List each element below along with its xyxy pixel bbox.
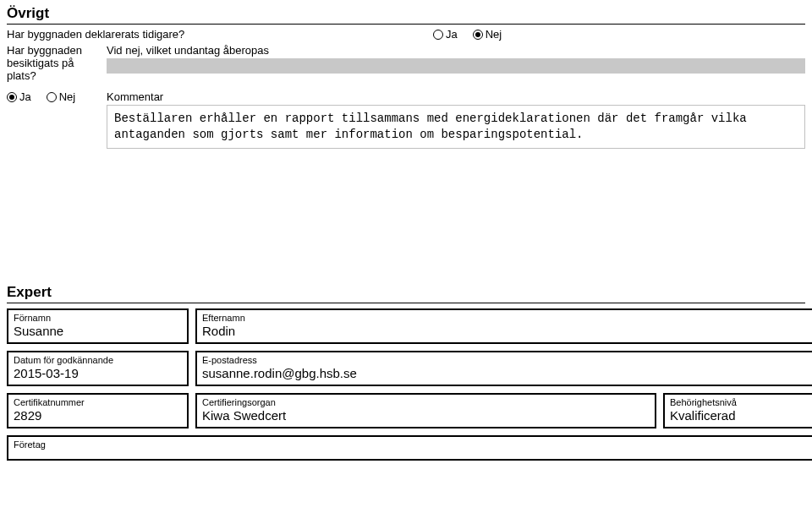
datum-label: Datum för godkännande (14, 355, 182, 365)
declared-nej-radio[interactable]: Nej (473, 28, 502, 41)
radio-icon (433, 30, 443, 40)
radio-icon (473, 30, 483, 40)
efternamn-value: Rodin (202, 324, 809, 338)
foretag-label: Företag (14, 439, 809, 450)
inspected-ja-radio[interactable]: Ja (7, 90, 31, 103)
radio-icon (7, 92, 17, 102)
radio-label-ja: Ja (19, 90, 31, 103)
declared-question-label: Har byggnaden deklarerats tidigare? (7, 28, 426, 41)
kommentar-label: Kommentar (107, 90, 805, 103)
cell-epost: E-postadress susanne.rodin@gbg.hsb.se (195, 351, 812, 386)
section-title-ovrigt: Övrigt (7, 5, 805, 25)
inspected-nej-radio[interactable]: Nej (47, 90, 76, 103)
declared-ja-radio[interactable]: Ja (433, 28, 458, 41)
kommentar-text: Beställaren erhåller en rapport tillsamm… (107, 105, 805, 149)
org-value: Kiwa Swedcert (202, 408, 650, 423)
fornamn-value: Susanne (14, 324, 182, 338)
cert-value: 2829 (14, 408, 182, 423)
efternamn-label: Efternamn (202, 313, 809, 323)
cell-datum: Datum för godkännande 2015-03-19 (7, 351, 189, 386)
radio-label-nej: Nej (59, 90, 76, 103)
epost-label: E-postadress (202, 355, 809, 365)
org-label: Certifieringsorgan (202, 397, 650, 407)
cell-efternamn: Efternamn Rodin (195, 308, 812, 344)
nivaa-label: Behörighetsnivå (670, 397, 809, 407)
nivaa-value: Kvalificerad (670, 408, 809, 423)
cell-nivaa: Behörighetsnivå Kvalificerad (663, 393, 812, 428)
radio-label-ja: Ja (446, 28, 458, 41)
radio-label-nej: Nej (486, 28, 502, 41)
section-title-expert: Expert (7, 284, 805, 303)
fornamn-label: Förnamn (14, 313, 182, 323)
cert-label: Certifikatnummer (14, 397, 182, 407)
inspected-question-l1: Har byggnaden (7, 44, 100, 57)
epost-value: susanne.rodin@gbg.hsb.se (202, 366, 809, 380)
inspected-question-l2: besiktigats på plats? (7, 57, 100, 82)
cell-cert: Certifikatnummer 2829 (7, 393, 189, 428)
datum-value: 2015-03-19 (14, 366, 182, 380)
cell-fornamn: Förnamn Susanne (7, 308, 189, 344)
vid-nej-input[interactable] (107, 58, 805, 74)
radio-icon (47, 92, 57, 102)
cell-org: Certifieringsorgan Kiwa Swedcert (195, 393, 656, 428)
cell-foretag: Företag (7, 435, 812, 461)
vid-nej-label: Vid nej, vilket undantag åberopas (107, 44, 805, 57)
